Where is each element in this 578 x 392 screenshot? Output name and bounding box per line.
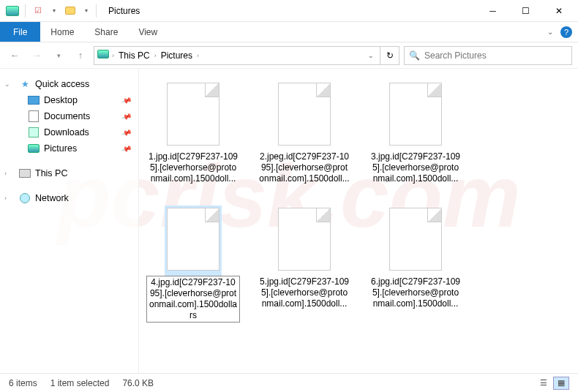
download-icon <box>28 127 40 138</box>
sidebar-label: Quick access <box>35 79 89 89</box>
sidebar-quick-access[interactable]: ⌄ ★ Quick access <box>0 76 138 92</box>
tab-share[interactable]: Share <box>84 22 128 42</box>
forward-button[interactable]: → <box>28 47 45 64</box>
file-thumbnail <box>167 83 219 146</box>
chevron-right-icon[interactable]: › <box>4 195 7 202</box>
sidebar-this-pc[interactable]: › This PC <box>0 165 138 181</box>
up-button[interactable]: ↑ <box>72 47 89 64</box>
chevron-right-icon: › <box>197 52 199 59</box>
desktop-icon <box>28 94 40 106</box>
separator <box>25 4 26 18</box>
search-placeholder: Search Pictures <box>424 50 487 61</box>
sidebar-item-downloads[interactable]: Downloads 📌 <box>0 124 138 140</box>
file-name: 6.jpg.id[C279F237-1095].[cleverhorse@pro… <box>369 276 462 310</box>
sidebar-item-label: Downloads <box>44 127 89 137</box>
document-icon <box>28 110 40 122</box>
star-icon: ★ <box>19 78 31 90</box>
tab-view[interactable]: View <box>128 22 168 42</box>
sidebar-item-pictures[interactable]: Pictures 📌 <box>0 140 138 157</box>
window-title: Pictures <box>108 6 140 16</box>
close-button[interactable]: ✕ <box>542 0 575 22</box>
file-thumbnail <box>278 208 331 271</box>
ribbon-expand-icon[interactable]: ⌄ <box>547 28 553 36</box>
status-selection: 1 item selected <box>50 378 110 388</box>
sidebar-label: This PC <box>35 168 67 178</box>
sidebar: ⌄ ★ Quick access Desktop 📌 Documents 📌 D… <box>0 69 139 373</box>
file-thumbnail <box>278 83 331 146</box>
pin-icon: 📌 <box>121 143 132 154</box>
file-name: 3.jpg.id[C279F237-1095].[cleverhorse@pro… <box>369 151 462 185</box>
file-thumbnail <box>389 83 442 146</box>
file-item[interactable]: 5.jpg.id[C279F237-1095].[cleverhorse@pro… <box>258 206 351 323</box>
chevron-right-icon[interactable]: › <box>4 170 7 177</box>
view-large-icons-button[interactable]: ▦ <box>553 377 569 390</box>
titlebar: ☑ ▾ ▾ Pictures ─ ☐ ✕ <box>0 0 578 22</box>
chevron-right-icon: › <box>112 52 114 59</box>
status-bar: 6 items 1 item selected 76.0 KB ☰ ▦ <box>0 373 578 392</box>
navigation-row: ← → ▾ ↑ › This PC › Pictures › ⌄ ↻ 🔍 Sea… <box>0 42 578 69</box>
search-input[interactable]: 🔍 Search Pictures <box>404 46 572 65</box>
file-item[interactable]: 3.jpg.id[C279F237-1095].[cleverhorse@pro… <box>369 80 462 185</box>
file-name: 4.jpg.id[C279F237-1095].[cleverhorse@pro… <box>146 276 240 323</box>
network-icon <box>19 192 31 204</box>
file-item[interactable]: 4.jpg.id[C279F237-1095].[cleverhorse@pro… <box>146 206 240 323</box>
back-button[interactable]: ← <box>6 47 23 64</box>
search-icon: 🔍 <box>409 50 420 61</box>
pin-icon: 📌 <box>121 110 132 121</box>
status-size: 76.0 KB <box>122 378 154 388</box>
chevron-down-icon[interactable]: ⌄ <box>4 80 10 88</box>
file-tab[interactable]: File <box>0 22 40 42</box>
chevron-right-icon: › <box>154 52 157 59</box>
breadcrumb[interactable]: Pictures <box>159 50 194 61</box>
recent-dropdown[interactable]: ▾ <box>50 47 67 64</box>
pin-icon: 📌 <box>121 94 132 105</box>
separator <box>96 4 97 18</box>
qat-newfolder-icon[interactable] <box>64 4 77 18</box>
maximize-button[interactable]: ☐ <box>509 0 542 22</box>
file-thumbnail <box>389 208 442 271</box>
ribbon: File Home Share View ⌄ ? <box>0 22 578 42</box>
file-item[interactable]: 2.jpeg.id[C279F237-1095].[cleverhorse@pr… <box>258 80 351 185</box>
status-count: 6 items <box>9 378 37 388</box>
sidebar-item-documents[interactable]: Documents 📌 <box>0 108 138 124</box>
qat-customize-icon[interactable]: ▾ <box>80 4 93 18</box>
file-name: 5.jpg.id[C279F237-1095].[cleverhorse@pro… <box>258 276 351 310</box>
file-name: 1.jpg.id[C279F237-1095].[cleverhorse@pro… <box>146 151 240 185</box>
minimize-button[interactable]: ─ <box>476 0 509 22</box>
sidebar-item-label: Documents <box>44 111 90 121</box>
view-details-button[interactable]: ☰ <box>536 377 552 390</box>
file-item[interactable]: 6.jpg.id[C279F237-1095].[cleverhorse@pro… <box>369 206 462 323</box>
pc-icon <box>19 167 31 179</box>
file-thumbnail <box>167 208 219 271</box>
file-name: 2.jpeg.id[C279F237-1095].[cleverhorse@pr… <box>258 151 351 185</box>
qat-dropdown-icon[interactable]: ▾ <box>48 4 61 18</box>
sidebar-label: Network <box>35 193 69 203</box>
addr-icon <box>97 50 109 61</box>
file-grid[interactable]: 1.jpg.id[C279F237-1095].[cleverhorse@pro… <box>139 69 578 373</box>
breadcrumb[interactable]: This PC <box>117 50 151 61</box>
pin-icon: 📌 <box>121 127 132 137</box>
qat-properties-icon[interactable]: ☑ <box>31 4 45 18</box>
address-bar[interactable]: › This PC › Pictures › ⌄ <box>94 46 380 65</box>
sidebar-network[interactable]: › Network <box>0 190 138 206</box>
addr-dropdown-icon[interactable]: ⌄ <box>368 52 377 59</box>
pictures-icon <box>28 143 40 154</box>
sidebar-item-label: Pictures <box>44 143 77 154</box>
help-icon[interactable]: ? <box>560 26 572 38</box>
refresh-button[interactable]: ↻ <box>380 46 399 65</box>
app-icon <box>6 4 19 18</box>
sidebar-item-desktop[interactable]: Desktop 📌 <box>0 92 138 108</box>
sidebar-item-label: Desktop <box>44 95 78 105</box>
tab-home[interactable]: Home <box>40 22 84 42</box>
file-item[interactable]: 1.jpg.id[C279F237-1095].[cleverhorse@pro… <box>146 80 240 185</box>
